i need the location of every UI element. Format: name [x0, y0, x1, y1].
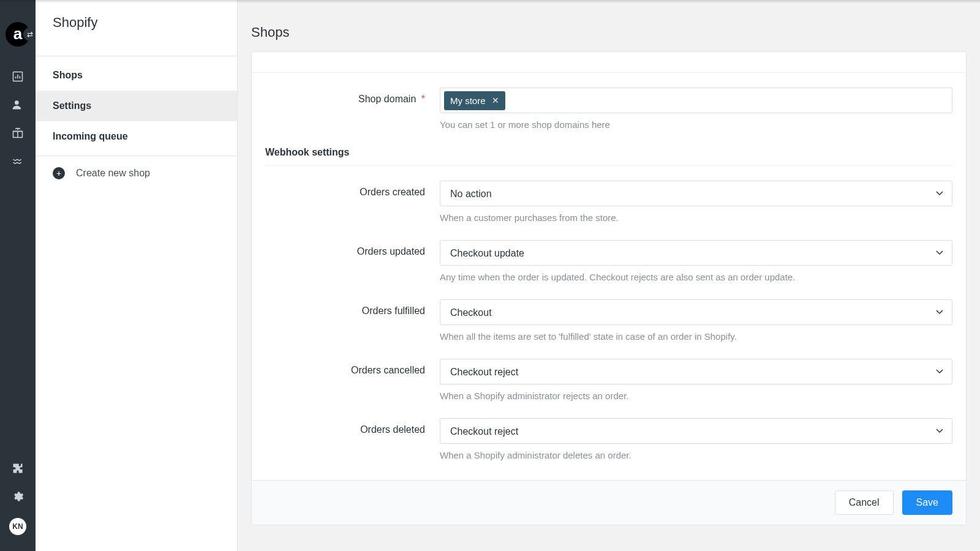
row-shop-domain: Shop domain * My store ✕ You can set 1 o…	[265, 88, 952, 130]
select-orders-fulfilled[interactable]: Checkout	[440, 299, 952, 325]
select-orders-updated[interactable]: Checkout update	[440, 240, 952, 266]
card-body: Shop domain * My store ✕ You can set 1 o…	[252, 73, 966, 480]
icon-rail: a ⇄ KN	[0, 0, 36, 551]
create-label: Create new shop	[76, 168, 150, 179]
sidebar: Shopify Shops Settings Incoming queue + …	[36, 0, 238, 551]
close-icon[interactable]: ✕	[492, 96, 499, 105]
section-divider	[265, 165, 952, 166]
cancel-button[interactable]: Cancel	[835, 490, 894, 515]
logo-glyph: a	[13, 26, 22, 42]
main: Shops Shop domain * My store ✕ You ca	[238, 0, 980, 551]
helper-orders-fulfilled: When all the items are set to 'fulfilled…	[440, 331, 952, 342]
helper-orders-cancelled: When a Shopify administrator rejects an …	[440, 391, 952, 401]
sidebar-item-incoming-queue[interactable]: Incoming queue	[36, 121, 237, 152]
shop-domain-tag[interactable]: My store ✕	[444, 91, 505, 110]
swap-icon: ⇄	[23, 28, 37, 41]
sidebar-title: Shopify	[36, 0, 237, 56]
label-orders-deleted: Orders deleted	[265, 418, 440, 435]
tag-label: My store	[450, 96, 486, 106]
create-new-shop[interactable]: + Create new shop	[36, 156, 237, 190]
top-shadow	[0, 0, 980, 3]
row-orders-cancelled: Orders cancelled Checkout reject When a …	[265, 359, 952, 401]
select-orders-cancelled[interactable]: Checkout reject	[440, 359, 952, 384]
save-button[interactable]: Save	[902, 490, 952, 515]
card-footer: Cancel Save	[252, 480, 966, 525]
sidebar-item-label: Shops	[53, 70, 83, 81]
rail-gift-icon[interactable]	[0, 119, 36, 147]
webhook-section-title: Webhook settings	[265, 147, 952, 158]
helper-orders-updated: Any time when the order is updated. Chec…	[440, 272, 952, 282]
required-asterisk: *	[421, 94, 425, 104]
shop-domain-input[interactable]: My store ✕	[440, 88, 952, 113]
row-orders-fulfilled: Orders fulfilled Checkout When all the i…	[265, 299, 952, 342]
rail-puzzle-icon[interactable]	[0, 454, 36, 482]
helper-orders-created: When a customer purchases from the store…	[440, 212, 952, 223]
label-orders-created: Orders created	[265, 181, 440, 198]
row-orders-updated: Orders updated Checkout update Any time …	[265, 240, 952, 282]
label-orders-fulfilled: Orders fulfilled	[265, 299, 440, 317]
select-orders-created[interactable]: No action	[440, 181, 952, 206]
avatar-initials: KN	[9, 518, 26, 535]
app-logo[interactable]: a ⇄	[6, 22, 30, 47]
label-shop-domain: Shop domain *	[265, 88, 440, 105]
helper-shop-domain: You can set 1 or more shop domains here	[440, 119, 952, 130]
rail-users-icon[interactable]	[0, 91, 36, 119]
sidebar-item-label: Settings	[53, 100, 91, 111]
rail-reports-icon[interactable]	[0, 62, 36, 91]
label-text: Shop domain	[358, 94, 416, 104]
plus-icon: +	[53, 167, 65, 179]
page-title: Shops	[238, 0, 980, 51]
label-orders-cancelled: Orders cancelled	[265, 359, 440, 376]
label-orders-updated: Orders updated	[265, 240, 440, 257]
sidebar-list: Shops Settings Incoming queue	[36, 56, 237, 152]
rail-waves-icon[interactable]	[0, 147, 36, 175]
sidebar-item-label: Incoming queue	[53, 131, 128, 142]
select-orders-deleted[interactable]: Checkout reject	[440, 418, 952, 444]
svg-point-1	[15, 100, 19, 105]
card-header-strip	[252, 52, 966, 73]
sidebar-item-shops[interactable]: Shops	[36, 60, 237, 91]
settings-card: Shop domain * My store ✕ You can set 1 o…	[251, 51, 967, 525]
sidebar-item-settings[interactable]: Settings	[36, 91, 237, 121]
helper-orders-deleted: When a Shopify administrator deletes an …	[440, 450, 952, 460]
rail-avatar[interactable]: KN	[0, 511, 36, 542]
row-orders-created: Orders created No action When a customer…	[265, 181, 952, 223]
rail-gear-icon[interactable]	[0, 482, 36, 511]
row-orders-deleted: Orders deleted Checkout reject When a Sh…	[265, 418, 952, 460]
